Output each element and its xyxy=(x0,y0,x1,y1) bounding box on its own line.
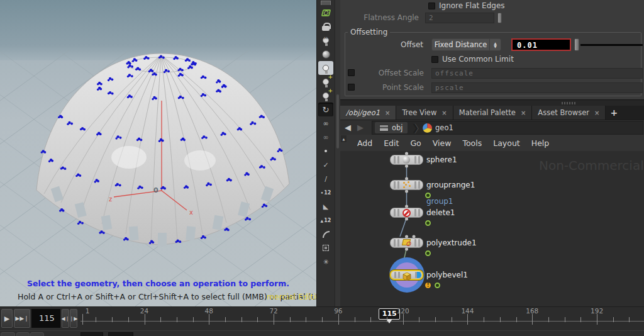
close-icon[interactable]: × xyxy=(594,109,599,116)
playbar-option-button[interactable] xyxy=(16,332,30,336)
playback-mode-button[interactable] xyxy=(1,332,15,336)
material-shading-icon[interactable] xyxy=(318,47,333,61)
pane-grip-dots[interactable] xyxy=(562,102,577,104)
toolbar-stub[interactable] xyxy=(318,0,333,6)
display-prims-icon[interactable]: ◣ xyxy=(318,199,333,213)
play-button[interactable]: ▶ xyxy=(1,309,13,328)
ruler-major-tick xyxy=(82,314,83,325)
ruler-minor-tick xyxy=(128,317,129,322)
ruler-label-144: 144 xyxy=(458,307,477,315)
path-breadcrumb-field[interactable]: obj ❯ geo1 xyxy=(372,121,643,135)
ruler-label-72: 72 xyxy=(264,307,283,315)
ruler-minor-tick xyxy=(613,317,614,322)
stereo-glasses-alt-icon[interactable]: ∞ xyxy=(318,130,333,144)
ruler-minor-tick xyxy=(322,317,323,322)
node-label-sphere1[interactable]: sphere1 xyxy=(426,155,457,164)
viewport-color-scheme-icon[interactable]: ↻ xyxy=(318,103,333,116)
svg-text:x: x xyxy=(189,209,193,216)
step-back-button[interactable]: ◀❘ xyxy=(62,309,69,328)
scene-viewport[interactable]: zx0 Select the geometry, then choose an … xyxy=(0,0,316,306)
group-name-label[interactable]: group1 xyxy=(426,197,453,206)
offset-slider-handle[interactable] xyxy=(574,38,579,51)
ruler-minor-tick xyxy=(500,317,501,322)
display-prim-numbers-icon[interactable]: 12 xyxy=(318,213,333,227)
pane-divider[interactable] xyxy=(335,0,340,306)
ruler-minor-tick xyxy=(112,317,113,322)
playbar-options-row xyxy=(0,330,644,336)
tab-material-palette[interactable]: Material Palette× xyxy=(453,106,533,120)
menu-view[interactable]: View xyxy=(427,138,457,148)
menu-help[interactable]: Help xyxy=(526,138,555,148)
offset-scale-field[interactable]: offscale xyxy=(431,68,643,79)
tab-tree-view[interactable]: Tree View× xyxy=(396,106,453,120)
select-loops-icon[interactable] xyxy=(318,6,333,20)
delete-icon xyxy=(402,209,411,217)
ruler-minor-tick xyxy=(629,317,630,322)
close-icon[interactable]: × xyxy=(441,109,447,116)
node-label-grouprange1[interactable]: grouprange1 xyxy=(426,181,475,189)
pane-tab-bar: /obj/geo1×Tree View×Material Palette×Ass… xyxy=(340,106,644,120)
viewport-canvas[interactable]: zx0 xyxy=(0,0,316,306)
stereo-glasses-icon[interactable]: ∞ xyxy=(318,116,333,130)
node-label-polyextrude1[interactable]: polyextrude1 xyxy=(426,238,477,247)
point-scale-field[interactable]: pscale xyxy=(431,82,643,93)
forward-arrow-icon[interactable]: ▶ xyxy=(357,123,364,133)
frame-ruler[interactable]: 115 124487296120144168192 xyxy=(80,307,644,331)
add-light-icon[interactable]: + xyxy=(318,89,333,103)
headlight-only-icon[interactable]: ✕ xyxy=(318,33,333,47)
display-vertices-icon[interactable]: ✓ xyxy=(318,158,333,172)
menu-go[interactable]: Go xyxy=(404,138,426,148)
offset-mode-dropdown[interactable]: Fixed Distance ▲▼ xyxy=(431,38,501,51)
menu-add[interactable]: Add xyxy=(352,138,378,148)
display-profiles-icon[interactable] xyxy=(318,227,333,241)
warning-badge: ! xyxy=(425,283,431,288)
menu-collapse-arrow-icon[interactable]: ▲ xyxy=(341,135,347,142)
use-common-limit-checkbox[interactable] xyxy=(431,56,438,63)
menu-layout[interactable]: Layout xyxy=(487,138,526,148)
tab--obj-geo1[interactable]: /obj/geo1× xyxy=(340,106,396,120)
node-label-delete1[interactable]: delete1 xyxy=(426,208,455,217)
ruler-minor-tick xyxy=(419,317,419,322)
display-origin-axis-icon[interactable]: ✳ xyxy=(318,255,333,269)
ruler-major-tick xyxy=(145,314,145,325)
ruler-minor-tick xyxy=(548,317,549,322)
divider-grip-handle[interactable] xyxy=(336,94,339,148)
menu-tools[interactable]: Tools xyxy=(457,138,487,148)
skip-to-end-button[interactable]: ▶▶❘ xyxy=(14,309,30,328)
back-arrow-icon[interactable]: ◀ xyxy=(345,123,351,133)
secure-selection-lock-icon[interactable] xyxy=(318,20,333,33)
flatness-angle-slider[interactable] xyxy=(497,13,502,23)
ruler-major-tick xyxy=(338,314,339,325)
obj-network-icon xyxy=(379,125,389,132)
playbar-option-button-2[interactable] xyxy=(30,332,44,336)
right-pane-stack: Ignore Flat Edges Flatness Angle 2 Offse… xyxy=(340,0,644,306)
tab-label: Tree View xyxy=(402,108,436,117)
network-editor[interactable]: Non-Commercial E sphere1grouprange1group… xyxy=(340,151,644,306)
offset-value-field[interactable]: 0.01 xyxy=(511,38,571,51)
close-icon[interactable]: × xyxy=(385,109,390,116)
breadcrumb-geo1[interactable]: geo1 xyxy=(423,122,453,133)
node-label-polybevel1[interactable]: polybevel1 xyxy=(426,271,468,279)
menu-edit[interactable]: Edit xyxy=(378,138,404,148)
display-normals-icon[interactable]: ∕ xyxy=(318,172,333,186)
ruler-minor-tick xyxy=(370,317,371,322)
display-points-icon[interactable] xyxy=(318,144,333,158)
current-frame-field[interactable]: 115 xyxy=(31,309,60,328)
display-point-numbers-icon[interactable]: 12 xyxy=(318,186,333,199)
new-tab-plus-icon[interactable]: + xyxy=(606,106,622,120)
ruler-minor-tick xyxy=(484,317,484,322)
range-start-field[interactable] xyxy=(80,332,103,336)
high-quality-lighting-icon[interactable]: + xyxy=(318,75,333,89)
breadcrumb-obj[interactable]: obj xyxy=(375,122,408,133)
offset-scale-label: Offset Scale xyxy=(340,69,424,77)
spinner-arrows-icon[interactable]: ▲▼ xyxy=(489,39,501,50)
close-icon[interactable]: × xyxy=(521,109,526,116)
flatness-angle-field[interactable]: 2 xyxy=(425,13,494,23)
display-handles-icon[interactable] xyxy=(318,241,333,255)
ignore-flat-edges-checkbox[interactable] xyxy=(428,3,435,9)
offset-slider-track[interactable] xyxy=(580,44,643,46)
range-end-field[interactable] xyxy=(108,332,133,336)
step-forward-button[interactable]: ❘▶ xyxy=(70,309,77,328)
tab-asset-browser[interactable]: Asset Browser× xyxy=(532,106,606,120)
normal-lighting-icon[interactable] xyxy=(318,61,333,75)
